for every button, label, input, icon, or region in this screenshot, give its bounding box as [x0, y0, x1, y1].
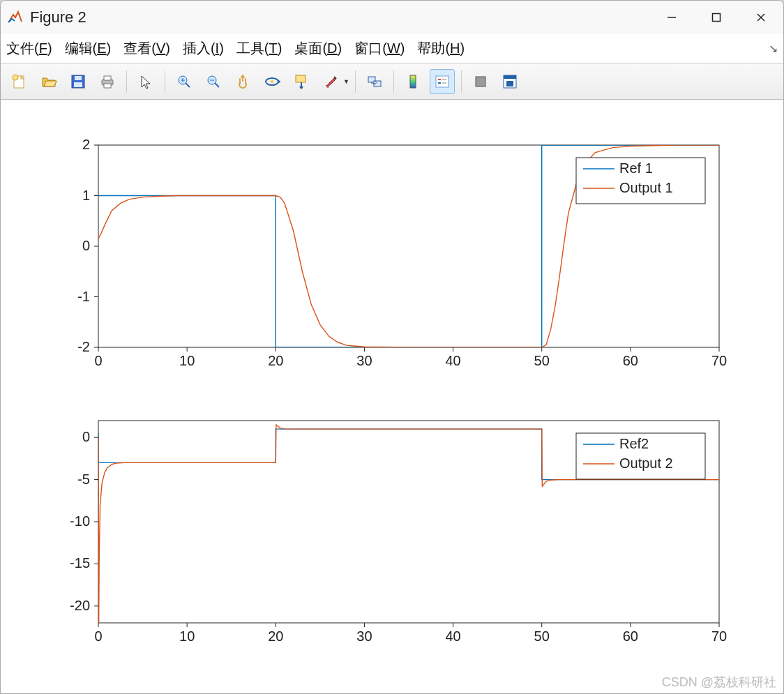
window-title: Figure 2	[30, 8, 86, 27]
rotate3d-icon[interactable]	[259, 69, 285, 94]
zoom-in-icon[interactable]	[172, 69, 197, 94]
maximize-button[interactable]	[694, 1, 739, 34]
svg-text:30: 30	[356, 628, 372, 644]
svg-text:2: 2	[82, 137, 90, 152]
svg-text:Output 1: Output 1	[619, 180, 673, 195]
svg-rect-34	[506, 81, 513, 86]
svg-text:70: 70	[711, 353, 727, 368]
brush-icon[interactable]	[318, 69, 343, 94]
toolbar-separator	[393, 70, 394, 93]
new-figure-icon[interactable]	[7, 69, 32, 94]
svg-text:60: 60	[623, 628, 638, 644]
svg-rect-26	[436, 76, 448, 87]
toolbar: ▼	[1, 63, 783, 100]
svg-line-13	[186, 83, 190, 87]
colorbar-icon[interactable]	[400, 69, 425, 94]
pan-icon[interactable]	[230, 69, 255, 94]
svg-text:0: 0	[82, 429, 90, 444]
svg-line-17	[215, 83, 219, 87]
svg-text:-1: -1	[77, 289, 90, 304]
menu-insert[interactable]: 插入(I)	[183, 39, 224, 58]
window-controls	[649, 1, 783, 34]
svg-rect-31	[476, 77, 485, 86]
svg-text:Ref2: Ref2	[619, 436, 649, 451]
svg-text:20: 20	[268, 353, 283, 368]
svg-rect-11	[104, 84, 111, 88]
zoom-out-icon[interactable]	[201, 69, 226, 94]
svg-text:Output 2: Output 2	[619, 455, 673, 471]
svg-rect-25	[410, 75, 416, 88]
svg-text:0: 0	[94, 353, 102, 368]
figure-window: { "window": { "title": "Figure 2" }, "me…	[0, 0, 784, 694]
figure-canvas[interactable]: 010203040506070-2-1012Ref 1Output 101020…	[1, 100, 783, 693]
svg-text:0: 0	[94, 628, 102, 644]
svg-rect-8	[74, 82, 82, 87]
close-button[interactable]	[739, 1, 783, 34]
svg-text:40: 40	[445, 353, 460, 368]
menu-file[interactable]: 文件(F)	[6, 39, 52, 58]
svg-text:-2: -2	[77, 339, 90, 354]
dock-icon[interactable]	[497, 69, 522, 94]
svg-text:60: 60	[623, 353, 638, 368]
svg-text:-20: -20	[70, 598, 90, 613]
svg-text:-15: -15	[70, 555, 90, 571]
svg-text:40: 40	[445, 628, 460, 644]
svg-text:10: 10	[179, 353, 195, 368]
svg-point-20	[271, 80, 273, 83]
legend-icon[interactable]	[430, 69, 455, 94]
svg-rect-7	[75, 76, 82, 80]
svg-text:0: 0	[82, 238, 90, 253]
hide-plot-tools-icon[interactable]	[468, 69, 493, 94]
toolbar-separator	[461, 70, 462, 93]
menu-window[interactable]: 窗口(W)	[354, 39, 405, 58]
titlebar: Figure 2	[1, 1, 783, 34]
svg-text:30: 30	[356, 353, 372, 368]
svg-text:20: 20	[268, 628, 283, 644]
data-cursor-icon[interactable]	[289, 69, 314, 94]
svg-text:50: 50	[534, 353, 550, 368]
pointer-icon[interactable]	[133, 69, 158, 94]
open-icon[interactable]	[36, 69, 61, 94]
matlab-icon	[6, 9, 23, 26]
svg-text:10: 10	[179, 628, 195, 644]
menu-desktop[interactable]: 桌面(D)	[294, 39, 342, 58]
svg-text:-10: -10	[70, 513, 90, 529]
menu-edit[interactable]: 编辑(E)	[65, 39, 112, 58]
menubar-overflow-icon[interactable]: ↘	[769, 42, 778, 55]
svg-rect-10	[104, 76, 111, 80]
save-icon[interactable]	[66, 69, 91, 94]
menu-help[interactable]: 帮助(H)	[417, 39, 465, 58]
svg-text:-5: -5	[77, 472, 90, 487]
svg-rect-33	[504, 75, 516, 79]
menubar: 文件(F) 编辑(E) 查看(V) 插入(I) 工具(T) 桌面(D) 窗口(W…	[1, 34, 783, 63]
menu-tools[interactable]: 工具(T)	[236, 39, 282, 58]
svg-point-5	[13, 75, 18, 80]
svg-rect-1	[713, 14, 721, 22]
svg-text:50: 50	[534, 628, 550, 644]
link-axes-icon[interactable]	[362, 69, 387, 94]
brush-dropdown-icon[interactable]: ▼	[343, 78, 349, 85]
menu-view[interactable]: 查看(V)	[123, 39, 170, 58]
toolbar-separator	[355, 70, 356, 93]
svg-text:Ref 1: Ref 1	[619, 160, 653, 176]
svg-rect-21	[296, 75, 306, 82]
toolbar-separator	[126, 70, 127, 93]
minimize-button[interactable]	[649, 1, 694, 34]
toolbar-separator	[165, 70, 165, 93]
svg-text:70: 70	[711, 628, 727, 644]
print-icon[interactable]	[95, 69, 120, 94]
svg-text:1: 1	[82, 188, 90, 203]
